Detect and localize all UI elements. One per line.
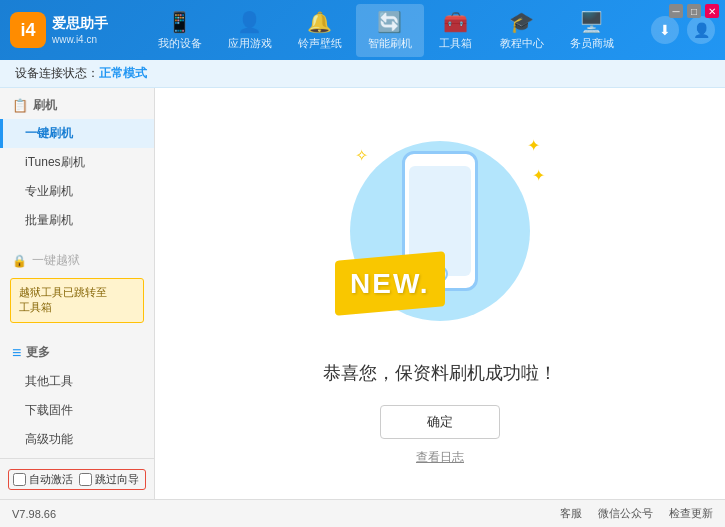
new-badge-text: NEW.: [350, 268, 430, 300]
sidebar-item-download-firmware[interactable]: 下载固件: [0, 396, 154, 425]
minimize-button[interactable]: ─: [669, 4, 683, 18]
more-section: ≡ 更多 其他工具 下载固件 高级功能: [0, 335, 154, 458]
sidebar-bottom: 自动激活 跳过向导 📱 iPhone 15 Pro Max 512GB iPho…: [0, 458, 154, 499]
log-link[interactable]: 查看日志: [416, 449, 464, 466]
device-info: 📱 iPhone 15 Pro Max 512GB iPhone: [8, 494, 146, 499]
app-icon: 👤: [237, 10, 262, 34]
sidebar-item-batch-flash[interactable]: 批量刷机: [0, 206, 154, 235]
nav-bar: 📱 我的设备 👤 应用游戏 🔔 铃声壁纸 🔄 智能刷机 🧰 工具箱 🎓: [120, 4, 651, 57]
nav-service-label: 务员商城: [570, 36, 614, 51]
auto-activate-row: 自动激活 跳过向导: [8, 469, 146, 490]
nav-tutorial[interactable]: 🎓 教程中心: [488, 4, 556, 57]
download-button[interactable]: ⬇: [651, 16, 679, 44]
lock-icon: 🔒: [12, 254, 27, 268]
brand-url: www.i4.cn: [52, 33, 108, 46]
nav-service[interactable]: 🖥️ 务员商城: [558, 4, 626, 57]
sidebar-item-advanced[interactable]: 高级功能: [0, 425, 154, 454]
logo-area: i4 爱思助手 www.i4.cn: [10, 12, 120, 48]
flash-section: 📋 刷机 一键刷机 iTunes刷机 专业刷机 批量刷机: [0, 88, 154, 239]
more-icon: ≡: [12, 344, 21, 362]
sidebar: 📋 刷机 一键刷机 iTunes刷机 专业刷机 批量刷机 🔒: [0, 88, 155, 499]
status-bar: 设备连接状态： 正常模式: [0, 60, 725, 88]
sidebar-notice: 越狱工具已跳转至工具箱: [10, 278, 144, 323]
nav-smart-flash-label: 智能刷机: [368, 36, 412, 51]
skip-guide-text: 跳过向导: [95, 472, 139, 487]
nav-toolbox[interactable]: 🧰 工具箱: [426, 4, 486, 57]
confirm-button[interactable]: 确定: [380, 405, 500, 439]
maximize-button[interactable]: □: [687, 4, 701, 18]
sidebar-item-pro-flash[interactable]: 专业刷机: [0, 177, 154, 206]
service-icon: 🖥️: [579, 10, 604, 34]
logo-icon: i4: [10, 12, 46, 48]
footer-left: V7.98.66: [12, 508, 56, 520]
nav-my-device-label: 我的设备: [158, 36, 202, 51]
close-button[interactable]: ✕: [705, 4, 719, 18]
success-illustration: ✦ ✦ ✧ NEW.: [330, 121, 550, 341]
new-ribbon: NEW.: [335, 251, 445, 316]
success-message: 恭喜您，保资料刷机成功啦！: [323, 361, 557, 385]
status-prefix: 设备连接状态：: [15, 65, 99, 82]
toolbox-icon: 🧰: [443, 10, 468, 34]
flash-section-icon: 📋: [12, 98, 28, 113]
nav-ringtone-label: 铃声壁纸: [298, 36, 342, 51]
flash-icon: 🔄: [377, 10, 402, 34]
logo-text: 爱思助手 www.i4.cn: [52, 14, 108, 45]
device-text: iPhone 15 Pro Max 512GB iPhone: [43, 498, 142, 499]
ringtone-icon: 🔔: [307, 10, 332, 34]
content-area: ✦ ✦ ✧ NEW. 恭喜您，保资料刷机成功啦！ 确定 查看日志: [155, 88, 725, 499]
more-section-label: 更多: [26, 344, 50, 361]
jailbreak-label: 一键越狱: [32, 252, 80, 269]
footer-check-update[interactable]: 检查更新: [669, 506, 713, 521]
nav-tutorial-label: 教程中心: [500, 36, 544, 51]
flash-section-label: 刷机: [33, 97, 57, 114]
nav-app-game[interactable]: 👤 应用游戏: [216, 4, 284, 57]
header: i4 爱思助手 www.i4.cn 📱 我的设备 👤 应用游戏 🔔 铃声壁纸 🔄: [0, 0, 725, 60]
skip-guide-label[interactable]: 跳过向导: [79, 472, 139, 487]
main-layout: 📋 刷机 一键刷机 iTunes刷机 专业刷机 批量刷机 🔒: [0, 88, 725, 499]
notice-text: 越狱工具已跳转至工具箱: [19, 286, 107, 313]
flash-section-header: 📋 刷机: [0, 92, 154, 119]
sidebar-item-itunes-flash[interactable]: iTunes刷机: [0, 148, 154, 177]
auto-activate-text: 自动激活: [29, 472, 73, 487]
auto-activate-checkbox[interactable]: [13, 473, 26, 486]
nav-my-device[interactable]: 📱 我的设备: [146, 4, 214, 57]
device-name: iPhone 15 Pro Max: [43, 498, 142, 499]
header-right: ⬇ 👤: [651, 16, 715, 44]
sidebar-item-other-tools[interactable]: 其他工具: [0, 367, 154, 396]
nav-app-game-label: 应用游戏: [228, 36, 272, 51]
user-button[interactable]: 👤: [687, 16, 715, 44]
nav-ringtone[interactable]: 🔔 铃声壁纸: [286, 4, 354, 57]
star-icon-2: ✦: [532, 166, 545, 185]
more-section-header: ≡ 更多: [0, 339, 154, 367]
auto-activate-label[interactable]: 自动激活: [13, 472, 73, 487]
brand-name: 爱思助手: [52, 14, 108, 32]
footer-wechat[interactable]: 微信公众号: [598, 506, 653, 521]
nav-toolbox-label: 工具箱: [439, 36, 472, 51]
skip-guide-checkbox[interactable]: [79, 473, 92, 486]
footer: V7.98.66 客服 微信公众号 检查更新: [0, 499, 725, 527]
footer-right: 客服 微信公众号 检查更新: [560, 506, 713, 521]
sidebar-item-jailbreak-disabled: 🔒 一键越狱: [0, 247, 154, 274]
star-icon-1: ✦: [527, 136, 540, 155]
tutorial-icon: 🎓: [509, 10, 534, 34]
status-value: 正常模式: [99, 65, 147, 82]
nav-smart-flash[interactable]: 🔄 智能刷机: [356, 4, 424, 57]
sidebar-item-one-key-flash[interactable]: 一键刷机: [0, 119, 154, 148]
device-icon: 📱: [167, 10, 192, 34]
version-label: V7.98.66: [12, 508, 56, 520]
device-area: 自动激活 跳过向导 📱 iPhone 15 Pro Max 512GB iPho…: [0, 465, 154, 499]
window-controls: ─ □ ✕: [669, 4, 719, 18]
footer-about[interactable]: 客服: [560, 506, 582, 521]
star-icon-3: ✧: [355, 146, 368, 165]
confirm-button-label: 确定: [427, 413, 453, 431]
